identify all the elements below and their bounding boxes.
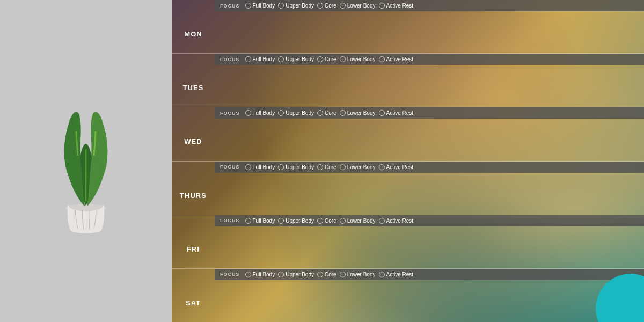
radio-label-3-wed: Lower Body [347,110,376,116]
focus-label-sat: FOCUS [220,272,240,277]
radio-label-4-sat: Active Rest [386,272,414,277]
radio-option-active-rest-tues[interactable]: Active Rest [379,56,414,62]
schedule-table: MONFOCUSFull BodyUpper BodyCoreLower Bod… [172,0,644,322]
radio-label-3-thurs: Lower Body [347,164,376,170]
radio-circle-2-fri [317,218,323,224]
focus-bar-sat: FOCUSFull BodyUpper BodyCoreLower BodyAc… [215,269,644,280]
focus-bar-mon: FOCUSFull BodyUpper BodyCoreLower BodyAc… [215,0,644,11]
radio-option-full-body-mon[interactable]: Full Body [245,3,275,9]
day-content-fri: FOCUSFull BodyUpper BodyCoreLower BodyAc… [215,215,644,268]
plant-container [43,86,129,236]
radio-option-upper-body-thurs[interactable]: Upper Body [278,164,314,170]
focus-bar-tues: FOCUSFull BodyUpper BodyCoreLower BodyAc… [215,54,644,65]
day-label-thurs: THURS [172,162,215,215]
radio-circle-2-thurs [317,164,323,170]
radio-circle-0-wed [245,110,251,116]
radio-option-upper-body-tues[interactable]: Upper Body [278,56,314,62]
radio-label-1-wed: Upper Body [286,110,314,116]
radio-circle-3-wed [340,110,346,116]
radio-option-upper-body-sat[interactable]: Upper Body [278,272,314,277]
day-body-fri [215,226,644,268]
day-body-mon [215,11,644,53]
radio-circle-1-mon [278,3,284,9]
radio-option-lower-body-thurs[interactable]: Lower Body [340,164,376,170]
day-row-sat: SATFOCUSFull BodyUpper BodyCoreLower Bod… [172,269,644,322]
radio-circle-1-wed [278,110,284,116]
radio-option-core-fri[interactable]: Core [317,218,336,224]
radio-option-upper-body-mon[interactable]: Upper Body [278,3,314,9]
radio-circle-4-wed [379,110,385,116]
radio-label-0-fri: Full Body [253,218,275,224]
focus-label-thurs: FOCUS [220,164,240,170]
day-content-mon: FOCUSFull BodyUpper BodyCoreLower BodyAc… [215,0,644,53]
day-label-wed: WED [172,107,215,160]
radio-label-4-wed: Active Rest [386,110,414,116]
radio-circle-4-tues [379,56,385,62]
radio-circle-1-sat [278,272,284,277]
radio-option-lower-body-tues[interactable]: Lower Body [340,56,376,62]
radio-label-2-thurs: Core [325,164,336,170]
radio-circle-0-mon [245,3,251,9]
radio-option-core-sat[interactable]: Core [317,272,336,277]
plant-illustration [43,86,129,236]
radio-option-core-mon[interactable]: Core [317,3,336,9]
radio-circle-0-fri [245,218,251,224]
radio-option-full-body-thurs[interactable]: Full Body [245,164,275,170]
day-row-mon: MONFOCUSFull BodyUpper BodyCoreLower Bod… [172,0,644,54]
radio-option-core-tues[interactable]: Core [317,56,336,62]
radio-circle-4-sat [379,272,385,277]
radio-option-active-rest-wed[interactable]: Active Rest [379,110,414,116]
radio-label-4-fri: Active Rest [386,218,414,224]
day-label-tues: TUES [172,54,215,107]
radio-option-upper-body-wed[interactable]: Upper Body [278,110,314,116]
radio-option-full-body-sat[interactable]: Full Body [245,272,275,277]
radio-option-active-rest-fri[interactable]: Active Rest [379,218,414,224]
day-row-fri: FRIFOCUSFull BodyUpper BodyCoreLower Bod… [172,215,644,269]
radio-option-core-wed[interactable]: Core [317,110,336,116]
radio-option-lower-body-fri[interactable]: Lower Body [340,218,376,224]
day-content-tues: FOCUSFull BodyUpper BodyCoreLower BodyAc… [215,54,644,107]
focus-bar-thurs: FOCUSFull BodyUpper BodyCoreLower BodyAc… [215,162,644,173]
radio-circle-4-mon [379,3,385,9]
radio-label-2-tues: Core [325,56,336,62]
radio-circle-0-tues [245,56,251,62]
day-body-sat [215,280,644,322]
radio-circle-3-thurs [340,164,346,170]
radio-option-active-rest-sat[interactable]: Active Rest [379,272,414,277]
radio-option-core-thurs[interactable]: Core [317,164,336,170]
radio-option-full-body-wed[interactable]: Full Body [245,110,275,116]
radio-circle-4-fri [379,218,385,224]
radio-option-active-rest-mon[interactable]: Active Rest [379,3,414,9]
radio-option-lower-body-sat[interactable]: Lower Body [340,272,376,277]
radio-label-3-fri: Lower Body [347,218,376,224]
radio-option-lower-body-wed[interactable]: Lower Body [340,110,376,116]
day-label-fri: FRI [172,215,215,268]
radio-label-3-mon: Lower Body [347,3,376,9]
day-label-sat: SAT [172,269,215,322]
radio-option-lower-body-mon[interactable]: Lower Body [340,3,376,9]
radio-label-4-thurs: Active Rest [386,164,414,170]
radio-circle-0-sat [245,272,251,277]
radio-label-2-sat: Core [325,272,336,277]
radio-label-1-sat: Upper Body [286,272,314,277]
day-body-tues [215,65,644,107]
focus-label-wed: FOCUS [220,111,240,116]
radio-circle-2-wed [317,110,323,116]
radio-label-0-thurs: Full Body [253,164,275,170]
radio-label-0-tues: Full Body [253,56,275,62]
radio-label-0-mon: Full Body [253,3,275,9]
radio-option-full-body-fri[interactable]: Full Body [245,218,275,224]
day-row-thurs: THURSFOCUSFull BodyUpper BodyCoreLower B… [172,162,644,215]
radio-label-2-mon: Core [325,3,336,9]
radio-label-4-tues: Active Rest [386,56,414,62]
radio-option-active-rest-thurs[interactable]: Active Rest [379,164,414,170]
radio-label-1-tues: Upper Body [286,56,314,62]
radio-option-upper-body-fri[interactable]: Upper Body [278,218,314,224]
day-content-sat: FOCUSFull BodyUpper BodyCoreLower BodyAc… [215,269,644,322]
radio-option-full-body-tues[interactable]: Full Body [245,56,275,62]
focus-label-fri: FOCUS [220,218,240,223]
radio-label-1-mon: Upper Body [286,3,314,9]
radio-label-3-tues: Lower Body [347,56,376,62]
day-content-thurs: FOCUSFull BodyUpper BodyCoreLower BodyAc… [215,162,644,215]
day-body-wed [215,119,644,160]
